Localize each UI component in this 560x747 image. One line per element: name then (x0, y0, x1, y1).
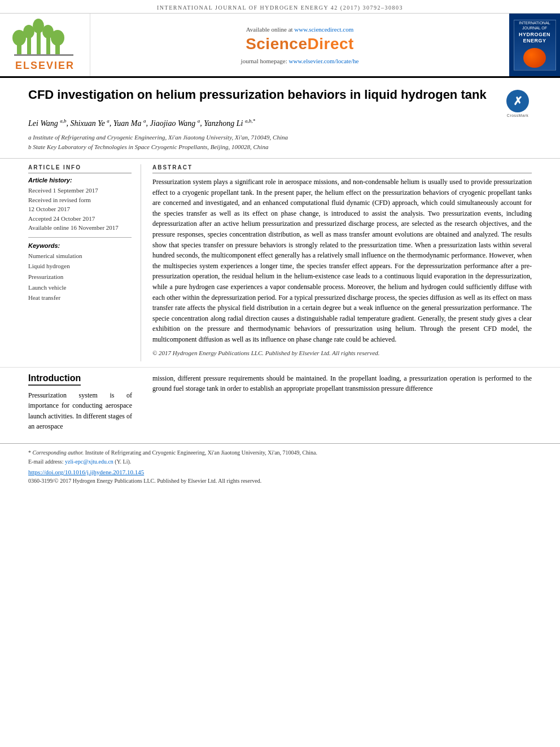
authors-line: Lei Wang a,b, Shixuan Ye a, Yuan Ma a, J… (28, 117, 532, 129)
journal-logo-intl-text: InternationalJournal of (519, 20, 550, 30)
info-divider (28, 237, 132, 238)
doi-link[interactable]: https://doi.org/10.1016/j.ijhydene.2017.… (28, 469, 532, 475)
affiliation-b: b State Key Laboratory of Technologies i… (28, 142, 532, 152)
svg-point-5 (33, 19, 44, 33)
received-revised-label: Received in revised form (28, 195, 132, 205)
sciencedirect-url-link[interactable]: www.sciencedirect.com (294, 26, 353, 33)
available-online-text: Available online at www.sciencedirect.co… (246, 26, 354, 33)
issn-line: 0360-3199/© 2017 Hydrogen Energy Publica… (28, 478, 532, 484)
article-history-block: Article history: Received 1 September 20… (28, 177, 132, 233)
elsevier-tree-icon (11, 18, 79, 58)
journal-header: INTERNATIONAL JOURNAL OF HYDROGEN ENERGY… (0, 0, 560, 14)
sciencedirect-area: Available online at www.sciencedirect.co… (90, 14, 509, 76)
email-name: (Y. Li). (115, 458, 131, 465)
keyword-5: Heat transfer (28, 292, 132, 303)
abstract-heading: ABSTRACT (152, 164, 532, 173)
article-body-columns: ARTICLE INFO Article history: Received 1… (0, 159, 560, 361)
journal-logo-globe-icon (523, 48, 546, 67)
journal-homepage-text: journal homepage: www.elsevier.com/locat… (241, 58, 359, 64)
abstract-column: ABSTRACT Pressurization system plays a s… (141, 164, 532, 361)
copyright-line: © 2017 Hydrogen Energy Publications LLC.… (152, 348, 532, 358)
crossmark-circle-icon: ✗ (506, 90, 529, 112)
introduction-heading: Introduction (28, 373, 81, 386)
article-info-column: ARTICLE INFO Article history: Received 1… (28, 164, 141, 361)
footnote-area: * Corresponding author. Institute of Ref… (0, 443, 560, 488)
abstract-paragraph: Pressurization system plays a significan… (152, 177, 532, 345)
keywords-block: Keywords: Numerical simulation Liquid hy… (28, 242, 132, 303)
sciencedirect-logo-text: ScienceDirect (246, 35, 354, 53)
abstract-text: Pressurization system plays a significan… (152, 177, 532, 358)
article-info-heading: ARTICLE INFO (28, 164, 132, 173)
keywords-label: Keywords: (28, 242, 132, 249)
corresponding-author-note: * Corresponding author. Institute of Ref… (28, 448, 532, 457)
keywords-list: Numerical simulation Liquid hydrogen Pre… (28, 251, 132, 303)
corresponding-author-text: Institute of Refrigerating and Cryogenic… (85, 449, 317, 456)
intro-text-right: mission, different pressure requirements… (152, 373, 532, 394)
svg-rect-10 (14, 54, 73, 56)
received-revised-date: 12 October 2017 (28, 204, 132, 214)
journal-homepage-link[interactable]: www.elsevier.com/locate/he (289, 58, 359, 64)
intro-left-col: Introduction Pressurization system is of… (28, 373, 141, 432)
elsevier-wordmark: ELSEVIER (15, 60, 75, 72)
elsevier-logo-area: ELSEVIER (0, 14, 90, 76)
svg-point-3 (23, 25, 34, 38)
paper-title-section: CFD investigation on helium pressurizati… (0, 78, 560, 159)
crossmark-label-text: CrossMark (507, 113, 528, 117)
svg-point-9 (51, 30, 64, 46)
crossmark-symbol: ✗ (513, 94, 523, 108)
intro-text-left: Pressurization system is of importance f… (28, 390, 132, 432)
email-link[interactable]: yzli-epc@xjtu.edu.cn (65, 458, 113, 465)
available-online-date: Available online 16 November 2017 (28, 223, 132, 233)
history-label: Article history: (28, 177, 132, 184)
title-crossmark-row: CFD investigation on helium pressurizati… (28, 87, 532, 117)
intro-right-col: mission, different pressure requirements… (141, 373, 532, 432)
introduction-section: Introduction Pressurization system is of… (0, 367, 560, 438)
journal-logo-box: InternationalJournal of HYDROGENENERGY (509, 14, 560, 76)
accepted-date: Accepted 24 October 2017 (28, 214, 132, 224)
science-part: Science (246, 35, 307, 53)
affiliations-block: a Institute of Refrigerating and Cryogen… (28, 133, 532, 151)
keyword-3: Pressurization (28, 272, 132, 282)
affiliation-a: a Institute of Refrigerating and Cryogen… (28, 133, 532, 142)
corresponding-author-label: * Corresponding author. (28, 449, 85, 456)
crossmark-badge: ✗ CrossMark (504, 89, 532, 117)
paper-title: CFD investigation on helium pressurizati… (28, 87, 487, 103)
email-label: E-mail address: (28, 458, 63, 465)
keyword-1: Numerical simulation (28, 251, 132, 261)
email-footnote: E-mail address: yzli-epc@xjtu.edu.cn (Y.… (28, 457, 532, 466)
received-date: Received 1 September 2017 (28, 186, 132, 195)
keyword-2: Liquid hydrogen (28, 261, 132, 272)
journal-logo-title: HYDROGENENERGY (519, 32, 550, 45)
hydrogen-energy-logo: InternationalJournal of HYDROGENENERGY (514, 20, 556, 71)
keyword-4: Launch vehicle (28, 282, 132, 293)
direct-part: Direct (307, 35, 353, 53)
journal-header-text: INTERNATIONAL JOURNAL OF HYDROGEN ENERGY… (157, 5, 403, 11)
banner: ELSEVIER Available online at www.science… (0, 14, 560, 78)
